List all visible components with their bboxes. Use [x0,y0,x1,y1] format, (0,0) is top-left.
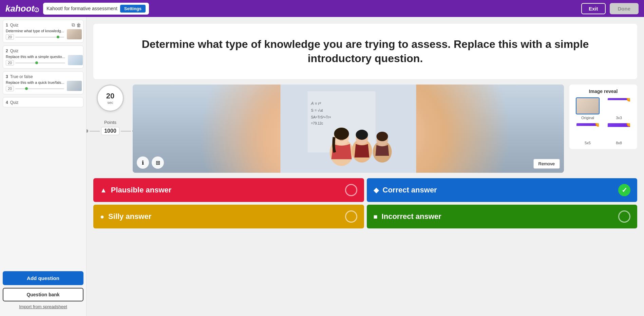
sidebar-item-2[interactable]: 2 Quiz Replace this with a simple questi… [3,45,83,69]
reveal-label-8x8: 8x8 [616,141,622,145]
reveal-option-8x8[interactable]: 👑 8x8 [605,123,633,145]
question-bank-button[interactable]: Question bank [3,288,83,301]
question-image: A = r² S = √ut SA=TrS²+Tr× =79.12c [133,85,564,173]
svg-point-11 [356,130,368,140]
points-section: Points 1000 [87,120,136,135]
svg-point-14 [377,132,388,141]
reveal-thumb-3x3: 👑 [607,97,631,114]
slider-left-dot [87,129,88,133]
quiz-thumb-1 [67,29,82,39]
quiz-time-3: 20 [6,86,14,91]
crown-badge-3x3: 👑 [627,97,631,101]
quiz-number-3: 3 [6,74,8,79]
timer-circle[interactable]: 20 sec [97,85,124,112]
reveal-thumb-8x8: 👑 [607,123,631,140]
answer-text-4: Incorrect answer [378,212,618,221]
answer-indicator-2: ✓ [618,184,630,196]
answer-text-3: Silly answer [104,212,345,221]
header: kahoot! Kahoot! for formative assessment… [0,0,644,17]
answer-button-2[interactable]: ◆ Correct answer ✓ [367,178,638,202]
header-title-bar: Kahoot! for formative assessment Setting… [43,3,149,15]
sidebar-bottom: Add question Question bank Import from s… [0,268,86,313]
answer-shape-2: ◆ [374,186,379,194]
checkmark-icon: ✓ [622,186,627,194]
quiz-text-1: Determine what type of knowledg... [6,29,64,33]
reveal-thumb-original [576,97,600,114]
quiz-type-4: Quiz [10,100,19,105]
sidebar-item-4[interactable]: 4 Quiz [3,97,83,107]
answer-shape-1: ▲ [100,186,107,194]
quiz-progress-2 [15,62,65,63]
timer-points-panel: 20 sec Points 1000 [93,85,127,135]
reveal-option-original[interactable]: Original [573,97,602,120]
reveal-label-3x3: 3x3 [616,116,622,120]
settings-button[interactable]: Settings [120,5,146,13]
answer-shape-4: ■ [374,213,378,221]
image-reveal-title: Image reveal [573,89,633,94]
points-value: 1000 [101,127,119,135]
question-card[interactable]: Determine what type of knowledge you are… [93,24,637,79]
quiz-number-2: 2 [6,49,8,53]
quiz-progress-3 [15,88,64,89]
answer-indicator-4 [618,210,630,223]
answer-button-4[interactable]: ■ Incorrect answer [367,205,638,228]
answer-button-1[interactable]: ▲ Plausible answer [93,178,364,202]
answer-indicator-3 [345,210,357,223]
import-spreadsheet-button[interactable]: Import from spreadsheet [3,304,83,309]
crown-badge-5x5: 👑 [595,123,600,127]
quiz-thumb-3 [67,81,82,91]
timer-value: 20 [106,92,114,100]
done-button[interactable]: Done [610,3,639,14]
sidebar: 1 Quiz ⧉ 🗑 Determine what type of knowle… [0,17,87,316]
svg-point-8 [334,128,349,140]
remove-image-button[interactable]: Remove [533,159,560,169]
image-crop-button[interactable]: ⊞ [152,156,164,169]
reveal-label-5x5: 5x5 [585,141,591,145]
answer-indicator-1 [345,184,357,196]
question-text: Determine what type of knowledge you are… [114,37,617,66]
quiz-progress-1 [15,37,64,38]
quiz-type-2: Quiz [10,49,19,53]
answer-shape-3: ● [100,213,104,221]
middle-row: 20 sec Points 1000 [93,85,637,173]
answer-text-1: Plausible answer [107,186,345,194]
quiz-thumb-2 [68,55,83,65]
quiz-text-2: Replace this with a simple questio... [6,55,65,59]
points-slider[interactable]: 1000 [87,127,136,135]
students-image: A = r² S = √ut SA=TrS²+Tr× =79.12c [133,85,564,173]
timer-unit: sec [107,100,113,105]
svg-text:=79.12c: =79.12c [311,122,323,125]
answers-grid: ▲ Plausible answer ◆ Correct answer ✓ ● … [93,178,637,228]
header-title: Kahoot! for formative assessment [46,6,117,11]
image-info-button[interactable]: ℹ [137,156,149,169]
duplicate-icon-1[interactable]: ⧉ [72,22,75,28]
slider-line-right [121,131,131,132]
quiz-type-1: Quiz [10,23,19,27]
delete-icon-1[interactable]: 🗑 [76,22,81,28]
answer-button-3[interactable]: ● Silly answer [93,205,364,228]
image-reveal-panel: Image reveal Original [569,85,637,149]
exit-button[interactable]: Exit [581,3,606,14]
reveal-option-5x5[interactable]: 👑 5x5 [573,123,602,145]
kahoot-logo: kahoot! [5,3,39,14]
image-icon-bar: ℹ ⊞ [137,156,164,169]
sidebar-item-1[interactable]: 1 Quiz ⧉ 🗑 Determine what type of knowle… [3,20,83,43]
quiz-time-1: 20 [6,34,14,40]
reveal-thumb-5x5: 👑 [576,123,600,140]
svg-text:SA=TrS²+Tr×: SA=TrS²+Tr× [311,115,331,119]
quiz-time-2: 20 [6,60,14,66]
reveal-options-grid: Original 👑 3x3 [573,97,633,145]
add-question-button[interactable]: Add question [3,271,83,285]
points-label: Points [104,120,116,125]
sidebar-item-3[interactable]: 3 True or false Replace this with a quic… [3,71,83,94]
answer-text-2: Correct answer [379,186,619,194]
svg-text:S = √ut: S = √ut [311,108,323,112]
reveal-option-3x3[interactable]: 👑 3x3 [605,97,633,120]
quiz-type-3: True or false [10,74,33,79]
quiz-number-4: 4 [6,100,8,105]
quiz-number-1: 1 [6,23,8,27]
svg-text:A = r²: A = r² [311,101,321,106]
quiz-text-3: Replace this with a quick true/fals... [6,80,64,85]
reveal-label-original: Original [581,116,594,120]
content-area: Determine what type of knowledge you are… [87,17,644,316]
